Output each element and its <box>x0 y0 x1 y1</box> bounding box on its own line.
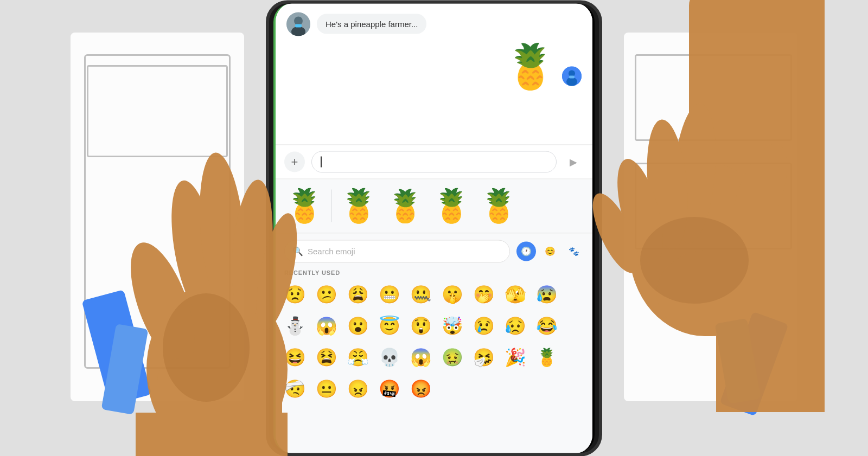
emoji-search-box[interactable]: 🔍 Search emoji <box>284 240 510 262</box>
category-tab-animals[interactable]: 🐾 <box>564 241 584 261</box>
message-bubble: He's a pineapple farmer... <box>317 14 426 34</box>
emoji-grid: 😟 😕 😩 😬 🤐 🤫 🤭 🫣 😰 ⛄ 😱 😮 😇 😲 🤯 😢 😥 <box>276 279 592 403</box>
emoji-cell[interactable]: 🤕 <box>280 373 310 403</box>
left-panel-box <box>87 65 228 157</box>
emoji-cell[interactable]: 😬 <box>374 279 405 309</box>
emoji-cell[interactable]: 😥 <box>500 310 531 341</box>
emoji-cell[interactable]: 😡 <box>406 373 436 403</box>
animals-icon: 🐾 <box>569 246 579 256</box>
suggestion-divider <box>331 190 332 222</box>
emoji-picker: 🔍 Search emoji 🕐 😊 🐾 RECENT <box>276 233 592 453</box>
emoji-cell[interactable]: 🎉 <box>500 342 531 372</box>
emoji-cell[interactable]: 🫣 <box>500 279 531 309</box>
phone-frame: He's a pineapple farmer... 🍍 <box>266 0 602 456</box>
search-icon: 🔍 <box>292 246 303 256</box>
emoji-cell[interactable]: 😠 <box>343 373 373 403</box>
emoji-cell[interactable]: 😇 <box>374 310 405 341</box>
add-button[interactable]: + <box>284 151 305 172</box>
user-avatar <box>562 66 582 86</box>
emoji-cell[interactable]: 😱 <box>311 310 342 341</box>
category-tab-smileys[interactable]: 😊 <box>540 241 560 261</box>
section-label: RECENTLY USED <box>276 267 592 279</box>
right-panel-box1 <box>635 54 792 141</box>
svg-rect-3 <box>295 24 302 27</box>
emoji-cell[interactable]: 🤐 <box>406 279 436 309</box>
emoji-cell[interactable]: 🤫 <box>437 279 468 309</box>
suggestion-emoji-2[interactable]: 🍍 <box>339 190 379 222</box>
emoji-cell[interactable]: 😐 <box>311 373 342 403</box>
send-icon: ▶ <box>570 156 577 168</box>
input-bar: + ▶ <box>276 144 592 179</box>
emoji-cell[interactable]: 😕 <box>311 279 342 309</box>
emoji-cell[interactable]: 😂 <box>532 310 562 341</box>
category-tab-recent[interactable]: 🕐 <box>516 241 536 261</box>
svg-rect-7 <box>569 75 575 78</box>
phone-screen: He's a pineapple farmer... 🍍 <box>273 3 595 453</box>
sender-avatar <box>286 12 310 36</box>
category-tabs: 🕐 😊 🐾 <box>516 241 584 261</box>
incoming-message: He's a pineapple farmer... <box>276 3 592 40</box>
suggestion-emoji-3[interactable]: 🍍 <box>386 190 425 222</box>
recent-icon: 🕐 <box>521 246 532 256</box>
suggestion-emoji-5[interactable]: 🍍 <box>478 190 519 222</box>
emoji-cell[interactable]: 😱 <box>406 342 436 372</box>
emoji-cell[interactable]: 😤 <box>343 342 373 372</box>
emoji-cell[interactable]: 😫 <box>311 342 342 372</box>
message-input[interactable] <box>311 151 557 172</box>
emoji-cell[interactable]: 😢 <box>469 310 499 341</box>
add-icon: + <box>291 155 298 169</box>
suggestion-emoji-1[interactable]: 🍍 <box>284 190 325 222</box>
emoji-suggestions-strip: 🍍 🍍 🍍 🍍 🍍 <box>276 179 592 233</box>
emoji-cell[interactable]: 🤯 <box>437 310 468 341</box>
smileys-icon: 😊 <box>545 246 556 256</box>
emoji-cell[interactable]: 😩 <box>343 279 373 309</box>
emoji-search-bar: 🔍 Search emoji 🕐 😊 🐾 <box>276 233 592 267</box>
send-button[interactable]: ▶ <box>563 151 584 172</box>
emoji-cell[interactable]: 🍍 <box>532 342 562 372</box>
chat-area: He's a pineapple farmer... 🍍 <box>276 3 592 144</box>
cursor <box>321 156 322 167</box>
pineapple-message: 🍍 <box>276 40 592 92</box>
emoji-cell[interactable]: 🤢 <box>437 342 468 372</box>
message-text: He's a pineapple farmer... <box>326 20 418 29</box>
emoji-cell[interactable]: 😟 <box>280 279 310 309</box>
emoji-cell[interactable]: 💀 <box>374 342 405 372</box>
svg-point-1 <box>294 16 303 25</box>
emoji-cell[interactable]: 🤬 <box>374 373 405 403</box>
emoji-cell[interactable]: 😰 <box>532 279 562 309</box>
emoji-cell[interactable]: 😮 <box>343 310 373 341</box>
emoji-cell[interactable]: ⛄ <box>280 310 310 341</box>
emoji-cell[interactable]: 🤭 <box>469 279 499 309</box>
pineapple-emoji: 🍍 <box>503 44 558 88</box>
suggestion-emoji-4[interactable]: 🍍 <box>431 190 472 222</box>
right-panel-box2 <box>635 163 792 249</box>
svg-point-6 <box>566 77 577 86</box>
emoji-cell[interactable]: 😲 <box>406 310 436 341</box>
search-placeholder: Search emoji <box>308 247 355 256</box>
emoji-cell[interactable]: 🤧 <box>469 342 499 372</box>
emoji-cell[interactable]: 😆 <box>280 342 310 372</box>
